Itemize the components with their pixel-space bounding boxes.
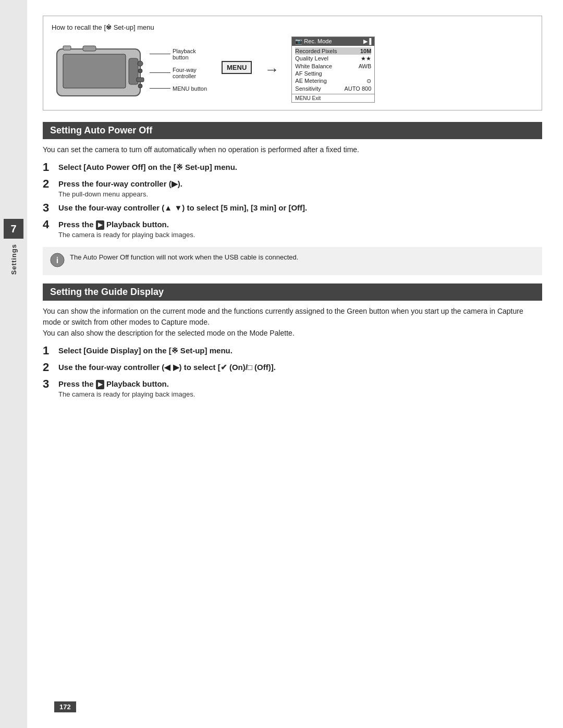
menu-header-text: 📷 Rec. Mode [295,38,332,45]
step2-content: Press the four-way controller (▶). The p… [58,178,542,198]
diagram-content: Playbackbutton Four-waycontroller MENU b… [52,36,533,103]
step1-s2-content: Select [Guide Display] on the [※ Set-up]… [58,345,542,356]
menu-row-label: AF Setting [295,70,322,77]
menu-body: Recorded Pixels 10M Quality Level ★★ Whi… [292,46,374,94]
svg-rect-8 [63,46,71,50]
step1-s2: 1 Select [Guide Display] on the [※ Set-u… [43,345,542,357]
menu-row-quality: Quality Level ★★ [295,55,371,63]
step2-text: Press the four-way controller (▶). [58,178,542,189]
camera-svg [52,39,156,101]
svg-rect-1 [63,54,126,88]
menu-row-value: ★★ [361,55,371,62]
camera-labels: Playbackbutton Four-waycontroller MENU b… [150,48,207,92]
menu-row-wb: White Balance AWB [295,63,371,70]
memo-svg: i [50,253,65,267]
menu-footer-text: MENU Exit [295,95,321,101]
step-number-1: 1 [43,161,58,174]
step-number-3: 3 [43,201,58,215]
menu-row-value: ⊙ [366,78,371,84]
menu-row-value: AUTO 800 [345,85,372,92]
menu-row-label: AE Metering [295,78,327,84]
step1-text: Select [Auto Power Off] on the [※ Set-up… [58,162,542,172]
page-number: 172 [54,701,76,712]
diagram-title: How to recall the [※ Set-up] menu [52,23,533,31]
step3-s2: 3 Press the ▶ Playback button. The camer… [43,378,542,398]
camera-illustration [52,39,156,101]
svg-point-3 [138,61,143,66]
chapter-block: 7 Settings [4,219,23,275]
step3-s2-note: The camera is ready for playing back ima… [58,390,542,398]
section2-title: Setting the Guide Display [50,287,164,297]
memo-text: The Auto Power Off function will not wor… [70,252,298,263]
step3-s2-content: Press the ▶ Playback button. The camera … [58,378,542,398]
page: 7 Settings How to recall the [※ Set-up] … [0,0,563,728]
sidebar: 7 Settings [0,0,27,728]
step3-s2-text: Press the ▶ Playback button. [58,378,542,389]
section2-header: Setting the Guide Display [43,283,542,301]
menu-display: 📷 Rec. Mode ▶▐ Recorded Pixels 10M Quali… [291,36,375,103]
menu-row-value: 10M [360,48,371,54]
menu-row-label: Sensitivity [295,85,321,92]
menu-row-label: Quality Level [295,55,328,62]
menu-row-sensitivity: Sensitivity AUTO 800 [295,85,371,92]
playback-label-text: Playbackbutton [173,48,196,60]
menu-row-label: Recorded Pixels [295,48,337,54]
menu-footer: MENU Exit [292,94,374,102]
section1-header: Setting Auto Power Off [43,122,542,139]
step4-text: Press the ▶ Playback button. [58,219,542,230]
step3-text: Use the four-way controller (▲ ▼) to sel… [58,202,542,213]
step4-note: The camera is ready for playing back ima… [58,231,542,239]
memo-icon: i [50,253,65,270]
menu-label: MENU button [150,85,207,92]
step-number-s2-3: 3 [43,377,58,391]
section1-title: Setting Auto Power Off [50,125,152,135]
menu-label-text: MENU button [173,85,207,92]
step2-s1: 2 Press the four-way controller (▶). The… [43,178,542,198]
main-content: How to recall the [※ Set-up] menu [27,0,563,728]
diagram-box: How to recall the [※ Set-up] menu [43,16,542,110]
step1-content: Select [Auto Power Off] on the [※ Set-up… [58,162,542,172]
step4-s1: 4 Press the ▶ Playback button. The camer… [43,219,542,239]
step-number-4: 4 [43,218,58,231]
section1-intro: You can set the camera to turn off autom… [43,144,542,155]
arrow-icon: → [264,61,279,78]
menu-row-pixels: Recorded Pixels 10M [295,47,371,55]
step-number-s2-2: 2 [43,361,58,374]
page-wrapper: How to recall the [※ Set-up] menu [27,0,563,728]
step3-content: Use the four-way controller (▲ ▼) to sel… [58,202,542,213]
step2-s2-content: Use the four-way controller (◀ ▶) to sel… [58,362,542,373]
menu-row-label: White Balance [295,63,332,69]
svg-rect-7 [83,46,96,51]
svg-text:i: i [56,256,58,265]
playback-label: Playbackbutton [150,48,207,60]
fourway-label-text: Four-waycontroller [173,67,197,79]
svg-point-4 [138,69,142,73]
svg-rect-5 [137,78,144,82]
section2-intro: You can show the information on the curr… [43,306,542,339]
step1-s2-text: Select [Guide Display] on the [※ Set-up]… [58,345,542,356]
menu-header-icon: ▶▐ [363,38,372,45]
step-number-2: 2 [43,177,58,191]
chapter-number: 7 [4,219,23,239]
menu-row-af: AF Setting [295,70,371,77]
svg-point-6 [138,84,142,88]
menu-header: 📷 Rec. Mode ▶▐ [292,37,374,46]
step2-s2-text: Use the four-way controller (◀ ▶) to sel… [58,362,542,373]
fourway-label: Four-waycontroller [150,67,207,79]
memo-box: i The Auto Power Off function will not w… [43,247,542,275]
step3-s1: 3 Use the four-way controller (▲ ▼) to s… [43,202,542,215]
step2-note: The pull-down menu appears. [58,190,542,198]
menu-button-label: MENU [222,61,252,74]
step-number-s2-1: 1 [43,344,58,357]
step4-content: Press the ▶ Playback button. The camera … [58,219,542,239]
chapter-label: Settings [10,244,18,275]
menu-row-value: AWB [359,63,372,69]
step2-s2: 2 Use the four-way controller (◀ ▶) to s… [43,362,542,374]
step1-s1: 1 Select [Auto Power Off] on the [※ Set-… [43,162,542,174]
menu-row-ae: AE Metering ⊙ [295,77,371,85]
menu-label-box: MENU [222,61,252,78]
